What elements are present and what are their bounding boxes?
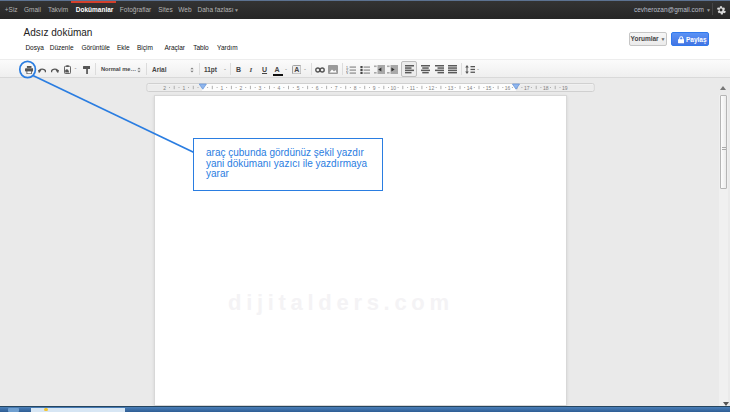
svg-text:11: 11 bbox=[410, 85, 415, 91]
svg-text:16: 16 bbox=[505, 85, 511, 91]
svg-text:10: 10 bbox=[391, 85, 397, 91]
svg-text:5: 5 bbox=[297, 85, 300, 91]
svg-text:2: 2 bbox=[240, 85, 243, 91]
svg-text:4: 4 bbox=[278, 85, 281, 91]
svg-text:19: 19 bbox=[562, 85, 568, 91]
svg-text:18: 18 bbox=[543, 85, 549, 91]
svg-text:17: 17 bbox=[524, 85, 530, 91]
svg-text:6: 6 bbox=[316, 85, 319, 91]
svg-text:8: 8 bbox=[354, 85, 357, 91]
svg-text:15: 15 bbox=[486, 85, 492, 91]
svg-text:9: 9 bbox=[373, 85, 376, 91]
svg-text:1: 1 bbox=[182, 85, 185, 91]
svg-text:14: 14 bbox=[467, 85, 473, 91]
svg-text:13: 13 bbox=[448, 85, 454, 91]
svg-text:12: 12 bbox=[429, 85, 435, 91]
svg-text:3.: 3. bbox=[346, 72, 349, 74]
svg-text:7: 7 bbox=[335, 85, 338, 91]
svg-text:1: 1 bbox=[221, 85, 224, 91]
svg-text:3: 3 bbox=[259, 85, 262, 91]
svg-text:2: 2 bbox=[163, 85, 166, 91]
svg-text:A: A bbox=[294, 66, 299, 73]
